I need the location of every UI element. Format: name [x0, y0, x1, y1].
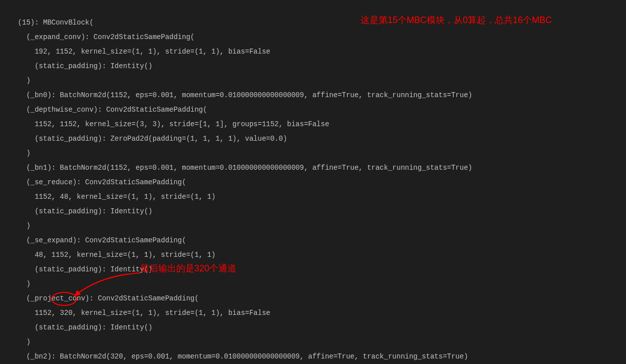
code-line: )	[1, 222, 31, 230]
code-line: (static_padding): Identity()	[1, 265, 152, 273]
code-line: (_se_expand): Conv2dStaticSamePadding(	[1, 236, 186, 244]
code-line: (_depthwise_conv): Conv2dStaticSamePaddi…	[1, 106, 207, 114]
annotation-mid: 最后输出的是320个通道	[140, 262, 236, 274]
code-line: (static_padding): ZeroPad2d(padding=(1, …	[1, 135, 287, 143]
code-line: (static_padding): Identity()	[1, 207, 152, 215]
code-line: (static_padding): Identity()	[1, 62, 152, 70]
code-line: (15): MBConvBlock(	[1, 19, 94, 27]
code-line: (_bn0): BatchNorm2d(1152, eps=0.001, mom…	[1, 91, 472, 99]
code-line: 1152, 320, kernel_size=(1, 1), stride=(1…	[1, 309, 270, 317]
code-block: (15): MBConvBlock( (_expand_conv): Conv2…	[1, 1, 625, 364]
code-line: )	[1, 280, 31, 288]
code-line: (_expand_conv): Conv2dStaticSamePadding(	[1, 33, 194, 41]
code-line: (_project_conv): Conv2dStaticSamePadding…	[1, 294, 199, 302]
code-line: 48, 1152, kernel_size=(1, 1), stride=(1,…	[1, 251, 215, 259]
code-line: )	[1, 149, 31, 157]
code-line: (_bn1): BatchNorm2d(1152, eps=0.001, mom…	[1, 164, 472, 172]
code-line: (static_padding): Identity()	[1, 323, 152, 331]
code-line: (_se_reduce): Conv2dStaticSamePadding(	[1, 178, 186, 186]
code-line: 1152, 1152, kernel_size=(3, 3), stride=[…	[1, 120, 329, 128]
code-line: 192, 1152, kernel_size=(1, 1), stride=(1…	[1, 48, 270, 56]
code-line: )	[1, 77, 31, 85]
code-line: 1152, 48, kernel_size=(1, 1), stride=(1,…	[1, 193, 215, 201]
code-line: )	[1, 338, 31, 346]
code-line: (_bn2): BatchNorm2d(320, eps=0.001, mome…	[1, 352, 468, 360]
annotation-top: 这是第15个MBC模块，从0算起，总共16个MBC	[361, 14, 611, 26]
